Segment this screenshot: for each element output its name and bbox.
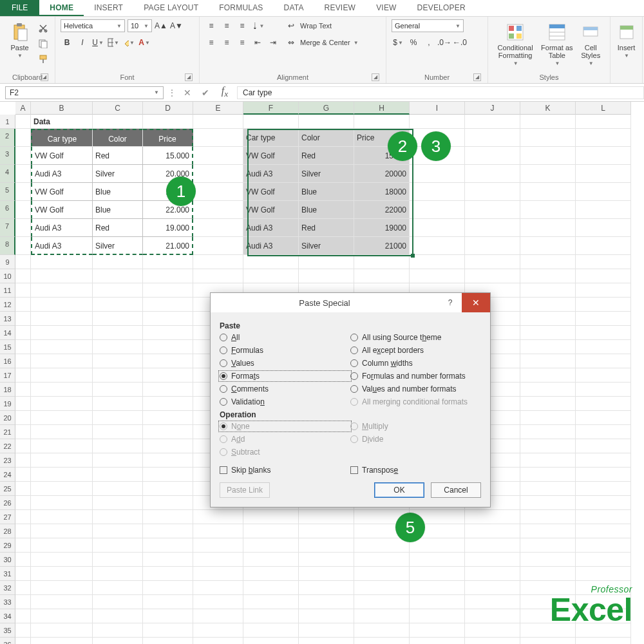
cell[interactable]: [143, 298, 193, 312]
cell[interactable]: [93, 453, 143, 468]
tab-developer[interactable]: DEVELOPER: [407, 0, 476, 16]
cell[interactable]: [93, 538, 143, 553]
cell[interactable]: [193, 595, 243, 609]
cell[interactable]: [31, 538, 93, 553]
insert-cells-button[interactable]: Insert▼: [616, 19, 637, 70]
cell[interactable]: [354, 595, 410, 609]
cell[interactable]: [31, 524, 93, 538]
row-header[interactable]: 30: [0, 553, 15, 567]
borders-button[interactable]: ▼: [107, 36, 120, 49]
cell[interactable]: Car type: [31, 129, 93, 147]
cell[interactable]: [143, 340, 193, 354]
cell[interactable]: [93, 397, 143, 411]
cell[interactable]: Car type: [243, 129, 299, 147]
cell[interactable]: [520, 638, 576, 644]
row-header[interactable]: 35: [0, 623, 15, 638]
cell[interactable]: [15, 326, 31, 340]
cell[interactable]: [354, 553, 410, 567]
cell[interactable]: [243, 609, 299, 623]
cell[interactable]: [193, 201, 243, 219]
cell[interactable]: [576, 397, 631, 411]
cell[interactable]: [93, 283, 143, 298]
column-header[interactable]: C: [93, 102, 143, 115]
cell[interactable]: [576, 129, 631, 147]
cell[interactable]: [299, 595, 354, 609]
cell[interactable]: [465, 129, 520, 147]
cell[interactable]: [520, 147, 576, 165]
radio-formats[interactable]: Formats: [220, 372, 350, 381]
cell[interactable]: [465, 581, 520, 595]
alignment-launcher[interactable]: ◢: [372, 73, 379, 81]
cell[interactable]: [143, 482, 193, 496]
cell[interactable]: [465, 269, 520, 283]
cell[interactable]: [410, 165, 465, 183]
cell[interactable]: [93, 609, 143, 623]
column-header[interactable]: A: [15, 102, 31, 115]
cell[interactable]: [93, 524, 143, 538]
row-header[interactable]: 3: [0, 147, 15, 165]
cell[interactable]: [243, 115, 299, 129]
cell[interactable]: [576, 219, 631, 237]
number-format-dropdown[interactable]: General▼: [392, 19, 464, 32]
cell[interactable]: [15, 553, 31, 567]
cell[interactable]: Audi A3: [243, 219, 299, 237]
cell-styles-button[interactable]: Cell Styles▼: [576, 19, 605, 70]
cell[interactable]: [520, 354, 576, 368]
cell[interactable]: [520, 439, 576, 453]
cell[interactable]: [243, 553, 299, 567]
cell[interactable]: [143, 595, 193, 609]
row-header[interactable]: 9: [0, 255, 15, 269]
cell[interactable]: [299, 553, 354, 567]
bold-button[interactable]: B: [61, 36, 73, 49]
radio-column-widths[interactable]: Column widths: [350, 359, 481, 368]
cell[interactable]: [465, 567, 520, 581]
cell[interactable]: [143, 496, 193, 510]
column-header[interactable]: J: [465, 102, 520, 115]
tab-home[interactable]: HOME: [39, 0, 84, 16]
cell[interactable]: [15, 129, 31, 147]
cell[interactable]: [93, 326, 143, 340]
row-header[interactable]: 32: [0, 581, 15, 595]
cell[interactable]: [465, 595, 520, 609]
cell[interactable]: [15, 425, 31, 439]
cell[interactable]: 19.000: [143, 219, 193, 237]
row-header[interactable]: 11: [0, 283, 15, 298]
cell[interactable]: Silver: [93, 237, 143, 255]
cell[interactable]: [465, 165, 520, 183]
cell[interactable]: [31, 269, 93, 283]
cell[interactable]: [465, 538, 520, 553]
cell[interactable]: [410, 269, 465, 283]
row-header[interactable]: 31: [0, 567, 15, 581]
column-header[interactable]: K: [520, 102, 576, 115]
cell[interactable]: 21000: [354, 237, 410, 255]
cell[interactable]: [410, 638, 465, 644]
cell[interactable]: Audi A3: [31, 219, 93, 237]
cell[interactable]: Audi A3: [243, 165, 299, 183]
cell[interactable]: [15, 219, 31, 237]
cell[interactable]: [31, 510, 93, 524]
cell[interactable]: [576, 237, 631, 255]
cell[interactable]: [193, 129, 243, 147]
cell[interactable]: [465, 553, 520, 567]
cell[interactable]: [576, 147, 631, 165]
cell[interactable]: [143, 269, 193, 283]
cell[interactable]: 20000: [354, 165, 410, 183]
cell[interactable]: [143, 510, 193, 524]
column-header[interactable]: I: [410, 102, 465, 115]
cell[interactable]: [520, 383, 576, 397]
fx-button[interactable]: fx: [216, 85, 233, 99]
cell[interactable]: Silver: [299, 237, 354, 255]
cell[interactable]: [15, 368, 31, 383]
row-header[interactable]: 22: [0, 439, 15, 453]
cell[interactable]: [576, 538, 631, 553]
radio-values-and-number-formats[interactable]: Values and number formats: [350, 384, 481, 393]
cell[interactable]: [576, 411, 631, 425]
cell[interactable]: [576, 255, 631, 269]
row-header[interactable]: 13: [0, 312, 15, 326]
cell[interactable]: [465, 638, 520, 644]
cell[interactable]: [520, 468, 576, 482]
cell[interactable]: [243, 567, 299, 581]
cell[interactable]: [93, 411, 143, 425]
row-header[interactable]: 8: [0, 237, 15, 255]
cell[interactable]: Red: [299, 147, 354, 165]
